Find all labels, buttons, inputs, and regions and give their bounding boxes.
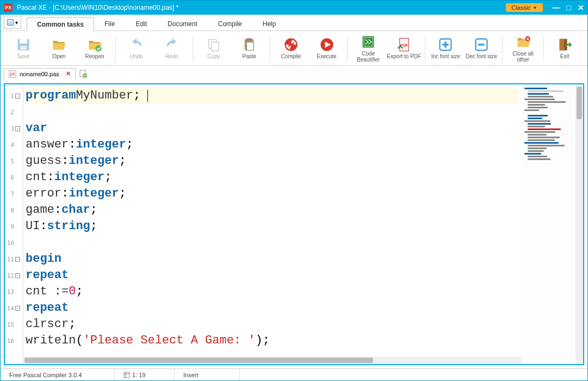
code-line[interactable]: var [26, 120, 519, 137]
redo-button: Redo [154, 33, 189, 64]
vertical-scrollbar[interactable] [575, 84, 583, 364]
horizontal-scrollbar[interactable] [23, 357, 521, 364]
chevron-down-icon: ▾ [15, 20, 18, 26]
code-line[interactable]: cnt:integer; [26, 169, 519, 186]
fold-toggle[interactable]: - [15, 273, 20, 278]
toolbar-label: Redo [165, 53, 178, 59]
code-line[interactable]: error:integer; [26, 186, 519, 202]
code-line[interactable]: repeat [26, 300, 519, 316]
window-title: Pascal XE - [C:\Users\WIN10\Desktop\nona… [17, 4, 506, 11]
closeall-icon [516, 34, 531, 50]
fold-toggle[interactable]: - [15, 306, 20, 311]
status-insert-mode: Insert [175, 369, 240, 380]
execute-button[interactable]: Execute [310, 33, 344, 64]
closeall-button[interactable]: Close all other [506, 33, 541, 64]
code-editor[interactable]: program MyNumber; var answer:integer; gu… [23, 84, 521, 364]
compile-icon [283, 37, 299, 52]
toolbar-label: Open [52, 53, 65, 59]
toolbar-label: Dec font size [466, 53, 497, 59]
toolbar-label: Undo [130, 53, 143, 59]
menubar: ▾ Common tasksFileEditDocumentCompileHel… [1, 15, 587, 31]
beautifier-icon [361, 34, 376, 50]
file-tabs: px noname00.pas ✕ [1, 66, 587, 80]
toolbar-label: Compile [281, 53, 301, 59]
svg-rect-21 [124, 372, 129, 378]
toolbar-label: Exit [560, 53, 570, 59]
toolbar-label: Paste [243, 53, 257, 59]
code-line[interactable] [26, 104, 519, 120]
copy-icon [206, 37, 221, 52]
toolbar-label: Execute [317, 53, 337, 59]
code-line[interactable]: game:char; [26, 202, 519, 218]
minimap[interactable] [521, 84, 575, 364]
minimize-button[interactable]: — [553, 3, 560, 12]
code-line[interactable]: writeln('Please Select A Game: '); [26, 333, 519, 349]
status-cursor-position: 1: 19 [115, 369, 175, 380]
toolbar-label: Close all other [506, 51, 541, 63]
editor-area: 1-23-4567891011-12-1314-1516 program MyN… [1, 80, 587, 368]
svg-rect-2 [20, 46, 27, 50]
menu-tab-common-tasks[interactable]: Common tasks [27, 17, 94, 31]
menu-tab-file[interactable]: File [94, 17, 125, 30]
code-line[interactable]: UI:string; [26, 218, 519, 235]
theme-classic-button[interactable]: Classic▼ [506, 3, 542, 12]
file-tab[interactable]: px noname00.pas ✕ [4, 68, 76, 79]
code-line[interactable]: answer:integer; [26, 137, 519, 153]
chevron-down-icon: ▼ [533, 5, 537, 10]
paste-icon [242, 37, 257, 52]
maximize-button[interactable]: □ [567, 3, 571, 12]
file-tab-label: noname00.pas [20, 71, 59, 77]
menu-tab-edit[interactable]: Edit [125, 17, 157, 30]
fold-toggle[interactable]: - [15, 94, 20, 99]
svg-rect-1 [20, 39, 27, 44]
line-number-gutter: 1-23-4567891011-12-1314-1516 [5, 84, 23, 364]
code-line[interactable]: clrscr; [26, 316, 519, 333]
menu-tab-document[interactable]: Document [157, 17, 208, 30]
svg-rect-5 [211, 42, 219, 51]
toolbar-label: Save [17, 53, 29, 59]
code-line[interactable]: repeat [26, 267, 519, 284]
code-line[interactable]: begin [26, 251, 519, 267]
execute-icon [319, 37, 335, 52]
statusbar: Free Pascal Compiler 3.0.4 1: 19 Insert [1, 368, 587, 380]
code-line[interactable]: guess:integer; [26, 153, 519, 169]
scrollbar-thumb[interactable] [24, 358, 373, 363]
reopen-icon [87, 37, 102, 52]
fold-toggle[interactable]: - [15, 257, 20, 262]
code-line[interactable]: cnt := 0; [26, 284, 519, 300]
pascal-file-icon: px [9, 70, 16, 78]
svg-rect-8 [247, 42, 254, 50]
fold-toggle[interactable]: - [15, 126, 20, 131]
open-button[interactable]: Open [42, 33, 77, 64]
svg-rect-7 [247, 38, 252, 41]
app-icon: PX [4, 3, 13, 12]
compile-button[interactable]: Compile [274, 33, 308, 64]
incfont-button[interactable]: Inc font size [429, 33, 463, 64]
reopen-button[interactable]: Reopen [77, 33, 112, 64]
menu-tab-compile[interactable]: Compile [208, 17, 252, 30]
redo-icon [164, 37, 180, 52]
decfont-button[interactable]: Dec font size [464, 33, 499, 64]
close-tab-button[interactable]: ✕ [66, 70, 71, 77]
code-line[interactable] [26, 235, 519, 251]
save-button: Save [6, 33, 41, 64]
paste-button[interactable]: Paste [232, 33, 267, 64]
layout-dropdown-button[interactable]: ▾ [4, 16, 21, 29]
scrollbar-thumb[interactable] [577, 87, 582, 119]
close-button[interactable]: ✕ [578, 3, 584, 12]
new-tab-button[interactable] [79, 69, 88, 78]
titlebar: PX Pascal XE - [C:\Users\WIN10\Desktop\n… [1, 1, 587, 15]
copy-button: Copy [196, 33, 231, 64]
open-icon [51, 37, 66, 52]
undo-button: Undo [119, 33, 154, 64]
beautifier-button[interactable]: Code Beautifier [351, 33, 386, 64]
svg-point-3 [95, 45, 102, 52]
save-icon [16, 37, 31, 52]
ribbon-toolbar: SaveOpenReopenUndoRedoCopyPasteCompileEx… [1, 31, 587, 66]
pdf-button[interactable]: PDFExport to PDF [387, 33, 422, 64]
toolbar-label: Reopen [85, 53, 104, 59]
code-line[interactable]: program MyNumber; [26, 88, 519, 104]
menu-tab-help[interactable]: Help [252, 17, 287, 30]
exit-button[interactable]: Exit [547, 33, 582, 64]
incfont-icon [438, 37, 453, 52]
